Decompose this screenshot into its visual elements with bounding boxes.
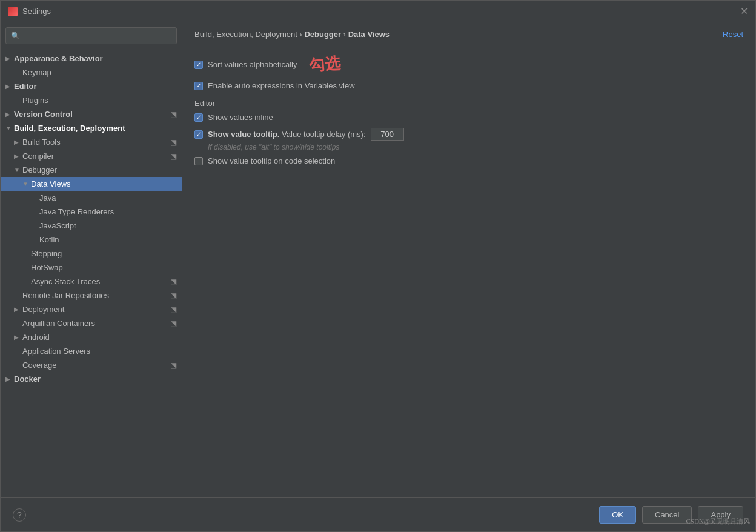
external-icon: ⬔ (170, 305, 177, 314)
auto-expressions-checkbox[interactable] (194, 82, 203, 90)
arrow-icon: ▶ (14, 306, 22, 313)
sidebar-item-label: Plugins (22, 96, 177, 105)
editor-section-title: Editor (194, 99, 743, 108)
sidebar-item-async-stack-traces[interactable]: Async Stack Traces ⬔ (1, 274, 182, 288)
sidebar-item-label: Android (22, 333, 177, 342)
breadcrumb: Build, Execution, Deployment › Debugger … (194, 30, 390, 39)
show-tooltip-checkbox[interactable] (194, 130, 203, 139)
breadcrumb-part3: Data Views (348, 30, 390, 39)
arrow-icon: ▶ (14, 153, 22, 159)
sidebar-item-label: Docker (14, 374, 177, 384)
sidebar-item-stepping[interactable]: Stepping (1, 247, 182, 261)
sidebar-item-plugins[interactable]: Plugins (1, 93, 182, 107)
ok-button[interactable]: OK (599, 506, 636, 524)
search-icon: 🔍 (11, 32, 20, 40)
show-inline-label: Show values inline (208, 113, 273, 122)
show-tooltip-normal: Value tooltip delay (ms): (282, 130, 366, 139)
sidebar-item-compiler[interactable]: ▶ Compiler ⬔ (1, 149, 182, 163)
sidebar-item-label: Async Stack Traces (31, 277, 170, 286)
show-tooltip-checkbox-label[interactable]: Show value tooltip. Value tooltip delay … (194, 130, 366, 139)
external-icon: ⬔ (170, 152, 177, 161)
arrow-icon: ▼ (14, 167, 22, 173)
sidebar-item-keymap[interactable]: Keymap (1, 65, 182, 79)
auto-expressions-label: Enable auto expressions in Variables vie… (208, 81, 355, 90)
sidebar-item-debugger[interactable]: ▼ Debugger (1, 163, 182, 177)
sort-values-checkbox[interactable] (194, 61, 203, 69)
sidebar-item-label: Stepping (31, 249, 177, 258)
settings-window: Settings ✕ 🔍 ▶ Appearance & Behavior Key… (0, 0, 756, 532)
arrow-icon: ▶ (5, 55, 14, 62)
sidebar-item-docker[interactable]: ▶ Docker (1, 372, 182, 386)
show-inline-checkbox-label[interactable]: Show values inline (194, 113, 273, 122)
annotation-text: 勾选 (308, 53, 342, 76)
arrow-icon: ▶ (5, 376, 14, 382)
arrow-icon: ▶ (14, 334, 22, 341)
sidebar-item-remote-jar[interactable]: Remote Jar Repositories ⬔ (1, 288, 182, 302)
sidebar-item-hotswap[interactable]: HotSwap (1, 261, 182, 274)
sidebar-item-label: Coverage (22, 361, 170, 370)
search-input[interactable] (22, 32, 171, 41)
sidebar-item-label: Build, Execution, Deployment (14, 124, 177, 133)
arrow-icon: ▼ (5, 125, 14, 131)
sidebar-item-data-views[interactable]: ▼ Data Views (1, 177, 182, 191)
show-tooltip-selection-row: Show value tooltip on code selection (194, 156, 743, 165)
sidebar-item-label: JavaScript (39, 221, 177, 230)
sidebar-item-label: Data Views (31, 179, 177, 188)
external-icon: ⬔ (170, 138, 177, 147)
show-tooltip-label: Show value tooltip. Value tooltip delay … (208, 130, 366, 139)
external-icon: ⬔ (170, 278, 177, 286)
show-inline-checkbox[interactable] (194, 113, 203, 122)
sidebar-item-label: Remote Jar Repositories (22, 291, 170, 300)
sidebar-item-build-execution[interactable]: ▼ Build, Execution, Deployment (1, 121, 182, 135)
show-tooltip-selection-checkbox-label[interactable]: Show value tooltip on code selection (194, 156, 335, 165)
show-tooltip-selection-checkbox[interactable] (194, 157, 203, 165)
bottom-bar: ? OK Cancel Apply (1, 497, 755, 531)
auto-expressions-checkbox-label[interactable]: Enable auto expressions in Variables vie… (194, 81, 355, 90)
arrow-icon: ▶ (5, 83, 14, 90)
sidebar-item-java-type-renderers[interactable]: Java Type Renderers (1, 205, 182, 219)
arrow-icon: ▼ (22, 181, 31, 187)
sidebar-item-build-tools[interactable]: ▶ Build Tools ⬔ (1, 135, 182, 149)
search-box[interactable]: 🔍 (5, 27, 177, 44)
tooltip-delay-input[interactable]: 700 (371, 128, 404, 141)
show-inline-row: Show values inline (194, 113, 743, 122)
sidebar-item-label: Version Control (14, 110, 170, 119)
help-button[interactable]: ? (13, 508, 26, 522)
external-icon: ⬔ (170, 291, 177, 300)
cancel-button[interactable]: Cancel (642, 506, 692, 524)
sidebar-item-label: HotSwap (31, 263, 177, 272)
show-tooltip-row: Show value tooltip. Value tooltip delay … (194, 128, 743, 141)
sidebar-item-editor[interactable]: ▶ Editor (1, 79, 182, 93)
sidebar-item-label: Build Tools (22, 138, 170, 147)
sidebar-item-label: Keymap (22, 68, 177, 77)
sidebar-item-arquillian[interactable]: Arquillian Containers ⬔ (1, 316, 182, 330)
sort-values-checkbox-label[interactable]: Sort values alphabetically (194, 60, 297, 69)
sidebar-item-label: Arquillian Containers (22, 319, 170, 328)
arrow-icon: ▶ (14, 139, 22, 145)
sidebar: 🔍 ▶ Appearance & Behavior Keymap ▶ Edito… (1, 22, 182, 497)
sidebar-item-coverage[interactable]: Coverage ⬔ (1, 358, 182, 372)
sidebar-item-label: Kotlin (39, 235, 177, 244)
sidebar-item-javascript[interactable]: JavaScript (1, 219, 182, 233)
external-icon: ⬔ (170, 361, 177, 370)
panel-body: Sort values alphabetically 勾选 Enable aut… (182, 44, 755, 497)
nav-tree: ▶ Appearance & Behavior Keymap ▶ Editor … (1, 49, 182, 497)
sidebar-item-app-servers[interactable]: Application Servers (1, 344, 182, 358)
external-icon: ⬔ (170, 319, 177, 328)
arrow-icon: ▶ (5, 111, 14, 118)
external-icon: ⬔ (170, 110, 177, 119)
close-button[interactable]: ✕ (740, 5, 748, 17)
sidebar-item-java[interactable]: Java (1, 191, 182, 205)
sidebar-item-kotlin[interactable]: Kotlin (1, 233, 182, 247)
sidebar-item-label: Deployment (22, 305, 170, 314)
sidebar-item-label: Appearance & Behavior (14, 54, 177, 63)
sidebar-item-android[interactable]: ▶ Android (1, 330, 182, 344)
sidebar-item-appearance[interactable]: ▶ Appearance & Behavior (1, 52, 182, 65)
sidebar-item-version-control[interactable]: ▶ Version Control ⬔ (1, 107, 182, 121)
reset-button[interactable]: Reset (723, 30, 743, 39)
sidebar-item-label: Java Type Renderers (39, 207, 177, 216)
app-icon (8, 7, 18, 16)
sidebar-item-deployment[interactable]: ▶ Deployment ⬔ (1, 302, 182, 316)
sidebar-item-label: Editor (14, 82, 177, 91)
titlebar: Settings ✕ (1, 1, 755, 22)
